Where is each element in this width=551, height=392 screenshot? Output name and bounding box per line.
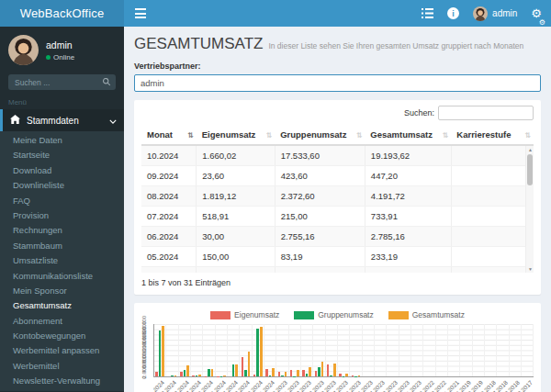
table-row[interactable]: 10.20241.660,0217.533,6019.193,62 (141, 146, 534, 166)
sort-icon: ⇅ (524, 130, 531, 139)
navbar-username: admin (492, 8, 517, 18)
legend-item-eigenumsatz[interactable]: Eigenumsatz (210, 310, 279, 319)
sidebar-toggle-button[interactable] (133, 0, 157, 27)
sidebar: admin Online Menü (0, 27, 124, 392)
bar (345, 374, 348, 376)
legend-swatch (294, 311, 314, 319)
table-row[interactable]: 08.20241.819,122.372,604.191,72 (141, 186, 534, 207)
table-row[interactable]: 04.20240,004.581,954.581,95 (141, 267, 534, 274)
navbar-main: i admin ⚙⚙ (124, 0, 551, 27)
column-header-gruppenumsatz[interactable]: Gruppenumsatz⇅ (275, 125, 365, 145)
info-icon[interactable]: i (447, 0, 459, 27)
sidebar-item-abonnement[interactable]: Abonnement (0, 314, 124, 329)
sidebar-item-downlineliste[interactable]: Downlineliste (0, 178, 124, 193)
bar (211, 369, 214, 376)
sidebar-item-startseite[interactable]: Startseite (0, 148, 124, 162)
y-tick-label: 20.000 (141, 309, 147, 339)
bar (192, 375, 195, 376)
bar (318, 367, 320, 376)
sidebar-item-rechnungen[interactable]: Rechnungen (0, 223, 124, 238)
sidebar-item-stammbaum[interactable]: Stammbaum (0, 239, 124, 253)
vertriebspartner-input[interactable] (134, 74, 541, 92)
bar (265, 369, 268, 376)
sidebar-item-provision[interactable]: Provision (0, 208, 124, 223)
table-cell: 0,00 (197, 267, 275, 274)
page-title: GESAMTUMSATZ (134, 35, 263, 53)
sidebar-item-faq[interactable]: FAQ (0, 194, 124, 208)
table-cell: 150,00 (197, 247, 275, 267)
scroll-down-icon[interactable]: ▼ (526, 266, 534, 272)
top-navbar: WebBackOffice i (0, 0, 551, 27)
sidebar-item-gesamtumsatz[interactable]: Gesamtumsatz (0, 298, 124, 313)
column-label: Eigenumsatz (202, 129, 256, 140)
legend-swatch (388, 311, 409, 319)
table-row[interactable]: 05.2024150,0083,19233,19 (141, 247, 534, 267)
sidebar-item-download[interactable]: Download (0, 163, 124, 178)
gears-icon[interactable]: ⚙⚙ (531, 0, 542, 27)
bar (278, 372, 281, 376)
table-row[interactable]: 07.2024518,91215,00733,91 (141, 207, 534, 227)
table-cell: 04.2024 (141, 267, 197, 274)
bar-group (387, 324, 399, 376)
bar-group (522, 324, 534, 376)
bar-group (253, 324, 264, 376)
sidebar-item-meine-daten[interactable]: Meine Daten (0, 133, 124, 148)
bar (174, 375, 177, 376)
bar (315, 371, 318, 376)
chart: 02.0004.0006.0008.00010.00012.00014.0001… (141, 324, 534, 377)
brand-logo[interactable]: WebBackOffice (0, 0, 124, 27)
sidebar-search-input[interactable] (8, 78, 97, 87)
list-icon[interactable] (422, 0, 433, 27)
sidebar-item-umsatzliste[interactable]: Umsatzliste (0, 253, 124, 268)
bar-group (240, 324, 252, 376)
column-header-karrierestufe[interactable]: Karrierestufe⇅ (451, 125, 534, 145)
table-cell: 423,60 (275, 166, 365, 186)
navbar-user-menu[interactable]: admin (473, 6, 517, 21)
search-button[interactable] (97, 74, 116, 90)
avatar (8, 35, 39, 65)
online-status: Online (46, 53, 74, 62)
table-body: 10.20241.660,0217.533,6019.193,6209.2024… (141, 146, 534, 273)
bar-group (363, 324, 375, 376)
sidebar-search (8, 74, 116, 90)
sidebar-item-kommunikationsliste[interactable]: Kommunikationsliste (0, 269, 124, 284)
table-cell: 2.372,60 (275, 186, 365, 207)
sidebar-user-panel: admin Online (0, 27, 124, 73)
column-header-monat[interactable]: Monat⇅ (141, 125, 197, 145)
sidebar-item-mein-sponsor[interactable]: Mein Sponsor (0, 284, 124, 298)
bar (327, 364, 330, 376)
legend-item-gesamtumsatz[interactable]: Gesamtumsatz (388, 310, 465, 319)
sidebar-item-newsletter-verwaltung[interactable]: Newsletter-Verwaltung (0, 374, 124, 388)
avatar (473, 6, 488, 21)
bar-group (423, 324, 435, 376)
bar (180, 372, 183, 376)
table-row[interactable]: 06.202430,002.755,162.785,16 (141, 227, 534, 247)
bar-group (191, 324, 203, 376)
scrollbar-thumb[interactable] (527, 154, 533, 185)
bar-group (448, 324, 460, 376)
sidebar-item-werbemittel[interactable]: Werbemittel (0, 359, 124, 374)
sidebar-item-kontobewegungen[interactable]: Kontobewegungen (0, 329, 124, 343)
bar-group (301, 324, 313, 376)
scroll-up-icon[interactable]: ▲ (526, 147, 534, 152)
bar (184, 370, 186, 376)
bar-group (216, 324, 228, 376)
sidebar-item-stammdaten[interactable]: Stammdaten (0, 109, 124, 131)
column-header-eigenumsatz[interactable]: Eigenumsatz⇅ (197, 125, 275, 145)
revenue-table: 10.20241.660,0217.533,6019.193,6209.2024… (141, 146, 534, 273)
table-cell: 2.785,16 (365, 227, 451, 247)
bar (253, 375, 256, 376)
sidebar-item-werbemittel-anpassen[interactable]: Werbemittel anpassen (0, 343, 124, 358)
column-label: Gesamtumsatz (370, 129, 433, 140)
table-scrollbar[interactable]: ▲ ▼ (525, 146, 534, 273)
bar (269, 375, 272, 376)
table-row[interactable]: 09.202423,60423,60447,20 (141, 166, 534, 186)
legend-item-gruppenumsatz[interactable]: Gruppenumsatz (294, 310, 373, 319)
table-search-input[interactable] (438, 106, 534, 120)
table-cell (451, 227, 534, 247)
bar (272, 368, 275, 376)
table-cell: 1.660,02 (197, 146, 275, 166)
bar-group (276, 324, 288, 376)
bar (330, 375, 332, 376)
column-header-gesamtumsatz[interactable]: Gesamtumsatz⇅ (365, 125, 451, 145)
